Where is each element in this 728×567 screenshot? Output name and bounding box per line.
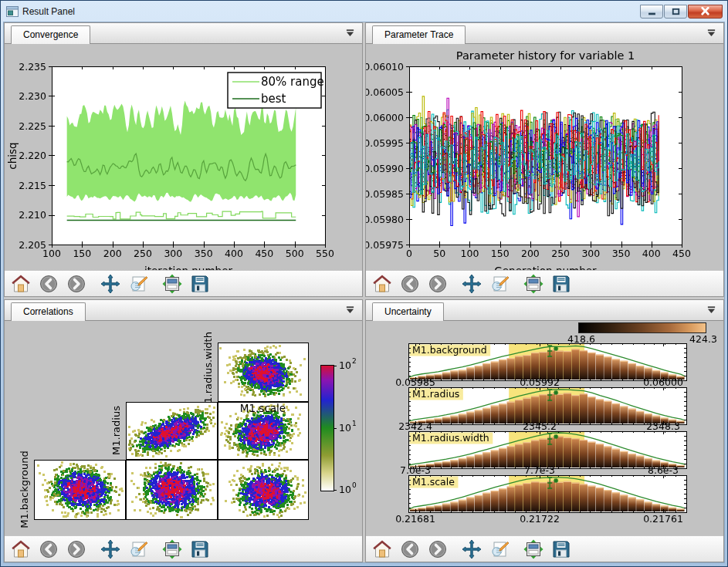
tab-menu-button[interactable] (342, 27, 357, 39)
app-icon (6, 5, 19, 18)
close-icon (700, 5, 710, 19)
toolbar-customize-button[interactable] (128, 274, 148, 294)
toolbar-save-button[interactable] (551, 274, 571, 294)
toolbar-forward-button[interactable] (428, 539, 448, 559)
uncertainty-tabbar: Uncertainty (366, 300, 723, 321)
toolbar-pan-button[interactable] (100, 274, 120, 294)
titlebar[interactable]: Result Panel (1, 1, 727, 22)
toolbar-back-button[interactable] (39, 539, 59, 559)
panel-correlations: Correlations (4, 299, 363, 562)
maximize-icon (672, 5, 680, 19)
toolbar-forward-button[interactable] (66, 539, 86, 559)
toolbar-back-button[interactable] (400, 539, 420, 559)
tab-convergence[interactable]: Convergence (11, 25, 90, 44)
panel-convergence: Convergence (4, 22, 363, 297)
toolbar-forward-button[interactable] (66, 274, 86, 294)
convergence-toolbar (5, 270, 362, 296)
toolbar-customize-button[interactable] (489, 274, 510, 294)
toolbar-subplots-button[interactable] (523, 274, 543, 294)
maximize-button[interactable] (664, 5, 687, 19)
tab-menu-icon (707, 26, 716, 40)
window-title: Result Panel (22, 6, 640, 17)
tab-menu-icon (346, 303, 354, 317)
correlations-figure (5, 321, 362, 535)
tab-menu-button[interactable] (342, 304, 357, 316)
tab-parameter-trace[interactable]: Parameter Trace (372, 25, 466, 44)
toolbar-pan-button[interactable] (100, 539, 120, 559)
dock-area: Convergence Parameter Trace Correlations (3, 22, 725, 563)
trace-tabbar: Parameter Trace (366, 23, 723, 44)
convergence-plot[interactable] (5, 44, 362, 270)
tab-correlations[interactable]: Correlations (11, 302, 86, 321)
toolbar-home-button[interactable] (372, 539, 392, 559)
toolbar-forward-button[interactable] (428, 274, 448, 294)
tab-menu-icon (346, 26, 354, 40)
correlations-plot[interactable] (5, 321, 362, 535)
close-button[interactable] (688, 5, 723, 19)
toolbar-save-button[interactable] (190, 274, 210, 294)
tab-menu-button[interactable] (703, 304, 719, 316)
panel-uncertainty: Uncertainty (365, 299, 724, 562)
tab-uncertainty[interactable]: Uncertainty (372, 302, 444, 321)
toolbar-home-button[interactable] (11, 274, 31, 294)
uncertainty-toolbar (366, 535, 723, 562)
toolbar-back-button[interactable] (400, 274, 420, 294)
uncertainty-plot[interactable] (366, 321, 723, 535)
panel-parameter-trace: Parameter Trace (365, 22, 724, 297)
toolbar-pan-button[interactable] (462, 274, 482, 294)
toolbar-back-button[interactable] (39, 274, 59, 294)
window-controls (640, 5, 723, 19)
result-panel-window: Result Panel Convergence Parameter Trace (0, 0, 728, 567)
correlations-toolbar (5, 535, 362, 562)
convergence-figure (5, 44, 362, 270)
toolbar-subplots-button[interactable] (523, 539, 543, 559)
toolbar-save-button[interactable] (190, 539, 210, 559)
convergence-tabbar: Convergence (5, 23, 362, 44)
toolbar-customize-button[interactable] (128, 539, 148, 559)
toolbar-home-button[interactable] (11, 539, 31, 559)
toolbar-save-button[interactable] (551, 539, 571, 559)
correlations-tabbar: Correlations (5, 300, 362, 321)
minimize-icon (648, 5, 656, 19)
uncertainty-figure (366, 321, 723, 535)
trace-plot[interactable] (366, 44, 723, 270)
toolbar-customize-button[interactable] (489, 539, 510, 559)
toolbar-subplots-button[interactable] (162, 274, 182, 294)
toolbar-pan-button[interactable] (462, 539, 482, 559)
tab-menu-button[interactable] (703, 27, 719, 39)
toolbar-subplots-button[interactable] (162, 539, 182, 559)
toolbar-home-button[interactable] (372, 274, 392, 294)
trace-toolbar (366, 270, 723, 296)
trace-figure (366, 44, 723, 270)
minimize-button[interactable] (640, 5, 663, 19)
tab-menu-icon (707, 303, 716, 317)
